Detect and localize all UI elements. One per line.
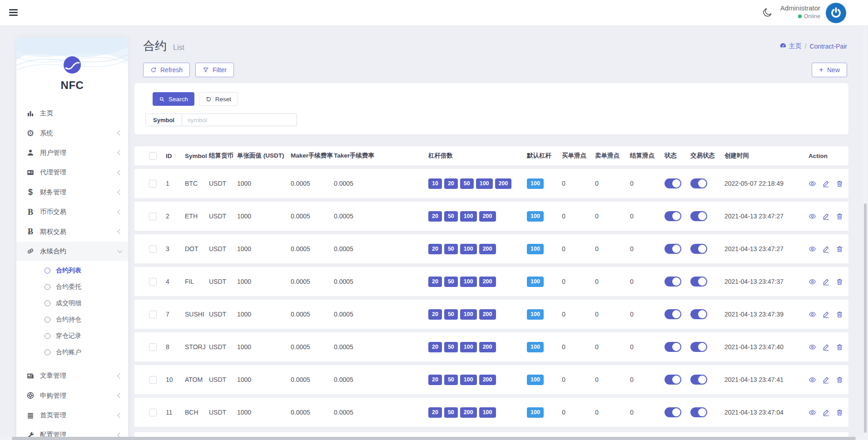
sidebar-item-options[interactable]: Ƀ期权交易	[16, 222, 128, 241]
status-toggle[interactable]	[665, 309, 681, 319]
default-leverage-badge: 100	[527, 244, 544, 254]
sidebar-subitem[interactable]: 合约账户	[16, 344, 128, 361]
sidebar-item-subscribe[interactable]: 申购管理	[16, 386, 128, 405]
status-toggle[interactable]	[665, 277, 681, 287]
cell-taker-fee: 0.0005	[334, 245, 428, 252]
delete-button[interactable]	[836, 180, 843, 188]
delete-button[interactable]	[836, 409, 843, 416]
trade-status-toggle[interactable]	[690, 407, 707, 417]
sidebar-subitem[interactable]: 合约委托	[16, 279, 128, 295]
sidebar-subitem[interactable]: 成交明细	[16, 295, 128, 311]
trade-status-toggle[interactable]	[690, 342, 707, 352]
edit-button[interactable]	[822, 409, 830, 416]
sidebar-item-label: 用户管理	[40, 148, 66, 157]
sidebar-subitem[interactable]: 合约持仓	[16, 311, 128, 328]
row-checkbox[interactable]	[149, 245, 157, 253]
symbol-input[interactable]	[182, 114, 297, 126]
row-checkbox[interactable]	[149, 343, 157, 351]
row-checkbox[interactable]	[149, 213, 157, 220]
sidebar-subitem[interactable]: 合约列表	[16, 262, 128, 279]
delete-button[interactable]	[836, 311, 843, 318]
sidebar-item-homepage[interactable]: 首页管理	[16, 405, 128, 425]
view-button[interactable]	[808, 376, 816, 384]
sidebar-item-articles[interactable]: 文章管理	[16, 366, 128, 386]
cell-buy-slippage: 0	[562, 376, 595, 383]
select-all-checkbox[interactable]	[149, 152, 157, 160]
view-button[interactable]	[808, 245, 816, 253]
column-header-label: Maker手续费率	[291, 152, 333, 160]
status-toggle[interactable]	[665, 211, 681, 221]
edit-button[interactable]	[822, 278, 830, 286]
user-status-label: Online	[804, 13, 820, 20]
row-checkbox[interactable]	[149, 180, 157, 188]
horizontal-scrollbar-thumb[interactable]	[12, 437, 856, 440]
refresh-button[interactable]: Refresh	[143, 63, 190, 77]
cell-actions	[808, 409, 848, 416]
delete-button[interactable]	[836, 343, 843, 351]
edit-button[interactable]	[822, 311, 830, 318]
cell-status	[665, 277, 690, 287]
row-checkbox[interactable]	[149, 278, 157, 286]
sidebar-subitem-label: 穿仓记录	[56, 332, 81, 340]
dark-mode-moon-icon[interactable]	[762, 7, 773, 18]
row-checkbox[interactable]	[149, 311, 157, 318]
row-checkbox[interactable]	[149, 376, 157, 384]
sidebar-item-label: 代理管理	[40, 168, 66, 177]
delete-button[interactable]	[836, 245, 843, 253]
edit-button[interactable]	[822, 213, 830, 220]
sidebar-subitem-label: 合约列表	[56, 267, 81, 275]
toggle-knob	[672, 179, 680, 188]
avatar[interactable]	[826, 3, 846, 23]
sidebar-subitem[interactable]: 穿仓记录	[16, 328, 128, 344]
view-button[interactable]	[808, 213, 816, 220]
delete-button[interactable]	[836, 278, 843, 286]
sidebar-item-perpetual[interactable]: 永续合约	[16, 242, 128, 261]
sidebar-item-system[interactable]: ⚙系统	[16, 123, 128, 143]
status-toggle[interactable]	[665, 407, 681, 417]
sidebar-item-agents[interactable]: 代理管理	[16, 163, 128, 182]
trade-status-toggle[interactable]	[690, 309, 707, 319]
sidebar-item-spot[interactable]: B币币交易	[16, 202, 128, 222]
trade-status-toggle[interactable]	[690, 277, 707, 287]
delete-button[interactable]	[836, 213, 843, 220]
cell-trade-status	[690, 244, 724, 254]
trade-status-toggle[interactable]	[690, 211, 707, 221]
sidebar-item-finance[interactable]: $财务管理	[16, 183, 128, 202]
edit-button[interactable]	[822, 245, 830, 253]
status-toggle[interactable]	[665, 342, 681, 352]
edit-button[interactable]	[822, 180, 830, 188]
delete-button[interactable]	[836, 376, 843, 384]
edit-button[interactable]	[822, 343, 830, 351]
view-button[interactable]	[808, 180, 816, 188]
user-block[interactable]: Administrator Online	[780, 4, 820, 20]
menu-toggle-icon[interactable]	[9, 9, 18, 16]
cell-face-value: 1000	[237, 180, 291, 187]
edit-button[interactable]	[822, 376, 830, 384]
sort-asc-icon[interactable]: ↑	[174, 153, 177, 159]
trade-status-toggle[interactable]	[690, 375, 707, 385]
reset-button[interactable]: Reset	[199, 92, 238, 106]
row-checkbox[interactable]	[149, 409, 157, 416]
sidebar-item-users[interactable]: 用户管理	[16, 143, 128, 163]
cell-settle-currency: USDT	[209, 311, 237, 318]
breadcrumb-home-link[interactable]: 主页	[779, 42, 802, 50]
view-button[interactable]	[808, 343, 816, 351]
filter-button[interactable]: Filter	[195, 63, 234, 77]
trade-status-toggle[interactable]	[690, 244, 707, 254]
view-button[interactable]	[808, 311, 816, 318]
vertical-scrollbar-thumb[interactable]	[864, 203, 867, 433]
status-toggle[interactable]	[665, 244, 681, 254]
new-button[interactable]: + New	[812, 63, 847, 77]
column-header-label: 卖单滑点	[595, 152, 620, 160]
view-button[interactable]	[808, 278, 816, 286]
sidebar-item-home[interactable]: 主页	[16, 104, 128, 123]
breadcrumb-current[interactable]: Contract-Pair	[810, 43, 847, 50]
cell-trade-status	[690, 375, 724, 385]
search-button[interactable]: Search	[153, 92, 194, 106]
status-toggle[interactable]	[665, 178, 681, 188]
trade-status-toggle[interactable]	[690, 178, 707, 188]
cell-created-at: 2021-04-13 23:47:37	[724, 278, 808, 285]
view-button[interactable]	[808, 409, 816, 416]
status-toggle[interactable]	[665, 375, 681, 385]
leverage-badge: 50	[444, 244, 458, 254]
